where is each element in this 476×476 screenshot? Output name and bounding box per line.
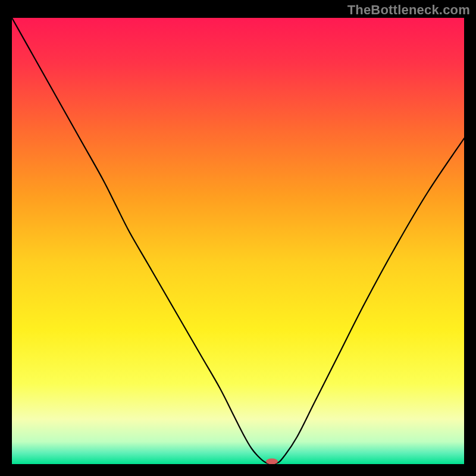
chart-svg <box>12 18 464 464</box>
watermark-text: TheBottleneck.com <box>347 2 470 18</box>
chart-frame: TheBottleneck.com <box>0 0 476 476</box>
gradient-background <box>12 18 464 464</box>
bottleneck-plot <box>12 18 464 464</box>
